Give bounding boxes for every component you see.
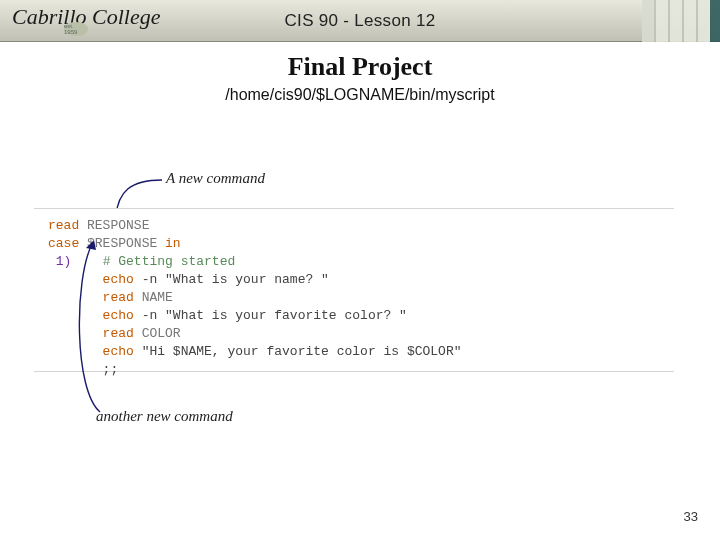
code-token: "What is your name? " xyxy=(165,272,329,287)
page-number: 33 xyxy=(684,509,698,524)
code-token xyxy=(134,344,142,359)
code-token: "Hi $NAME, your favorite color is $COLOR… xyxy=(142,344,462,359)
annotation-top: A new command xyxy=(166,170,265,187)
code-token: read xyxy=(48,218,79,233)
college-logo-badge: est. 1959 xyxy=(64,22,88,36)
code-token: 1) xyxy=(48,254,71,269)
code-token: RESPONSE xyxy=(79,218,149,233)
svg-marker-1 xyxy=(86,240,96,250)
code-token: COLOR xyxy=(134,326,181,341)
code-token: in xyxy=(165,236,181,251)
script-path: /home/cis90/$LOGNAME/bin/myscript xyxy=(0,86,720,104)
code-token: -n xyxy=(134,308,165,323)
annotation-bottom: another new command xyxy=(96,408,233,425)
header-photo-columns xyxy=(642,0,720,42)
slide-header: Cabrillo College est. 1959 CIS 90 - Less… xyxy=(0,0,720,42)
code-token: NAME xyxy=(134,290,173,305)
arrow-bottom-icon xyxy=(70,240,130,420)
code-token: -n xyxy=(134,272,165,287)
code-block: read RESPONSE case $RESPONSE in 1) # Get… xyxy=(34,208,674,372)
code-token: "What is your favorite color? " xyxy=(165,308,407,323)
page-title: Final Project xyxy=(0,52,720,82)
